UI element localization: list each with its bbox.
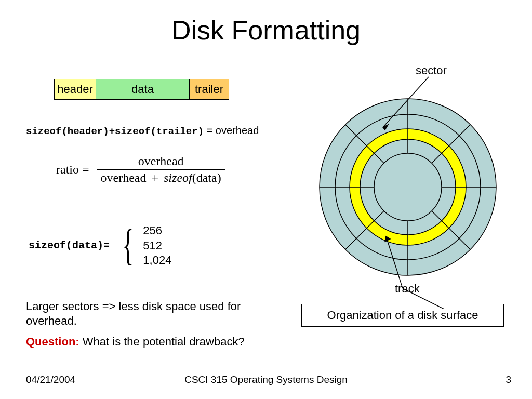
sizeof-data-label: sizeof(data)=	[29, 240, 110, 251]
den-sizeof: sizeof	[164, 171, 192, 184]
den-overhead: overhead	[101, 171, 147, 184]
overhead-mono: sizeof(header)+sizeof(trailer)	[26, 126, 204, 137]
den-plus: +	[149, 171, 161, 184]
question-label: Question:	[26, 335, 79, 348]
brace-icon: {	[117, 230, 136, 261]
track-label: track	[395, 282, 420, 296]
disk-diagram: sector track	[307, 75, 509, 309]
size-option: 1,024	[143, 253, 171, 268]
slide-title: Disk Formatting	[0, 15, 532, 46]
size-option: 512	[143, 238, 171, 254]
size-list: 256 512 1,024	[143, 223, 171, 268]
den-arg: (data)	[192, 171, 221, 184]
overhead-equation: sizeof(header)+sizeof(trailer) = overhea…	[26, 125, 259, 137]
ratio-lhs: ratio	[56, 163, 79, 177]
disk-caption: Organization of a disk surface	[301, 304, 504, 327]
footer-course: CSCI 315 Operating Systems Design	[0, 374, 532, 385]
ratio-fraction: overhead overhead + sizeof(data)	[97, 153, 225, 186]
question-text: What is the potential drawback?	[79, 335, 245, 348]
larger-sector-text: Larger sectors => less disk space used f…	[26, 299, 286, 328]
block-trailer: trailer	[190, 79, 229, 99]
ratio-den: overhead + sizeof(data)	[97, 170, 225, 186]
ratio-num: overhead	[134, 153, 188, 169]
ratio-equation: ratio = overhead overhead + sizeof(data)	[56, 153, 225, 186]
sector-block-row: header data trailer	[54, 79, 229, 100]
size-option: 256	[143, 223, 171, 238]
question-line: Question: What is the potential drawback…	[26, 335, 245, 349]
sizeof-data-block: sizeof(data)= { 256 512 1,024	[29, 223, 171, 268]
sector-label: sector	[416, 64, 447, 77]
footer-page: 3	[506, 374, 511, 385]
block-data: data	[96, 79, 190, 99]
block-header: header	[55, 79, 96, 99]
svg-point-5	[374, 153, 442, 221]
disk-svg	[307, 75, 509, 309]
overhead-eq: = overhead	[204, 125, 259, 136]
ratio-eq: =	[79, 163, 92, 177]
